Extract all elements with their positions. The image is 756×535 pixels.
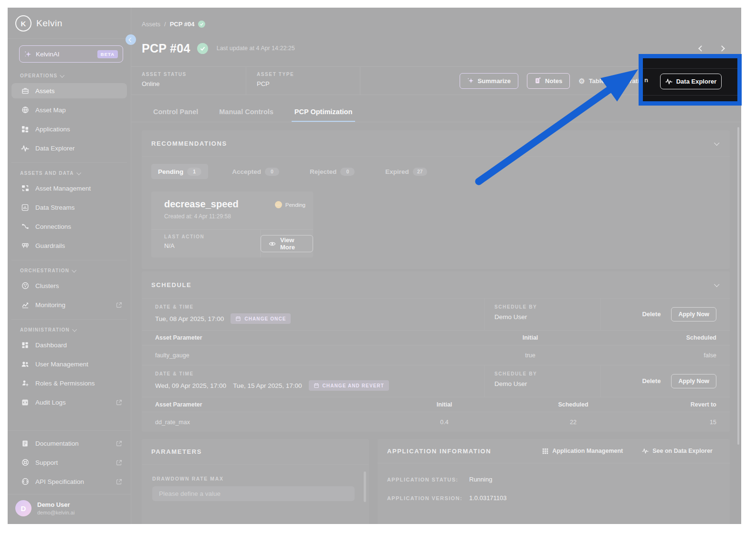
sidebar-item-roles-permissions[interactable]: Roles & Permissions (11, 375, 127, 391)
schedule-datetime: Wed, 09 Apr 2025, 17:00 (155, 382, 226, 389)
next-asset-button[interactable] (719, 45, 725, 52)
col-scheduled: Scheduled (602, 334, 716, 341)
schedule-by-value: Demo User (494, 313, 527, 321)
asset-pager (699, 46, 724, 51)
status-check-icon (198, 21, 205, 28)
schedule-table-row[interactable]: dd_rate_max 0.4 22 15 (142, 412, 730, 432)
schedule-title: SCHEDULE (151, 281, 191, 289)
tab-control-panel[interactable]: Control Panel (153, 108, 198, 122)
main-scrollbar[interactable] (737, 127, 739, 445)
prev-asset-button[interactable] (698, 45, 704, 52)
briefcase-icon (21, 87, 29, 95)
user-profile[interactable]: D Demo User demo@kelvin.ai (8, 494, 131, 524)
breadcrumb-root[interactable]: Assets (142, 21, 160, 28)
sidebar-item-monitoring[interactable]: Monitoring (11, 297, 127, 312)
external-link-icon (116, 302, 122, 308)
sidebar-item-asset-map[interactable]: Asset Map (11, 102, 127, 118)
filter-rejected[interactable]: Rejected 0 (303, 164, 361, 179)
sidebar-item-support[interactable]: Support (11, 455, 127, 470)
last-action-cell: LAST ACTION N/A (151, 230, 261, 257)
globe-icon (21, 106, 29, 114)
chevron-down-icon[interactable] (714, 282, 719, 287)
sidebar-item-asset-management[interactable]: Asset Management (11, 181, 127, 196)
application-management-link[interactable]: Application Management (542, 448, 623, 454)
sidebar-item-label: Data Explorer (35, 145, 75, 152)
clusters-icon (21, 282, 29, 290)
schedule-table-header: Asset Parameter Initial Scheduled Revert… (142, 397, 730, 412)
recommendations-header[interactable]: RECOMMENDATIONS (142, 130, 730, 157)
sidebar-item-label: Guardrails (35, 242, 65, 249)
nav-section-operations[interactable]: OPERATIONS (20, 73, 127, 78)
sidebar-item-api-specification[interactable]: API Specification (11, 474, 127, 489)
apply-now-button[interactable]: Apply Now (671, 307, 716, 321)
api-globe-icon (21, 478, 29, 486)
filter-accepted[interactable]: Accepted 0 (225, 164, 286, 179)
recommendation-card[interactable]: decrease_speed ⋯ Pending Created at: 4 A… (151, 192, 313, 257)
schedule-entry: DATE & TIME Wed, 09 Apr 2025, 17:00 Tue,… (142, 365, 730, 397)
application-information-panel: APPLICATION INFORMATION Application Mana… (378, 439, 730, 524)
schedule-table-row[interactable]: faulty_gauge true false (142, 345, 730, 365)
bottom-panels: PARAMETERS DRAWDOWN RATE MAX APPLICATION… (142, 439, 730, 524)
schedule-datetime-cell: DATE & TIME Wed, 09 Apr 2025, 17:00 Tue,… (142, 365, 485, 397)
sidebar-item-guardrails[interactable]: Guardrails (11, 238, 127, 253)
sidebar-item-data-explorer[interactable]: Data Explorer (11, 140, 127, 156)
schedule-header[interactable]: SCHEDULE (142, 271, 730, 299)
parameters-scrollbar[interactable] (364, 471, 366, 502)
recommendations-panel: RECOMMENDATIONS Pending 1 Accepted 0 (142, 130, 730, 269)
table-configuration-button[interactable]: ⚙ Table Configuration (578, 77, 647, 85)
sidebar-item-audit-logs[interactable]: Audit Logs (11, 395, 127, 410)
schedule-by-cell: SCHEDULE BY Demo User (485, 365, 601, 397)
schedule-by-value: Demo User (494, 380, 527, 387)
sidebar-item-label: Dashboard (35, 342, 67, 349)
calendar-icon (314, 383, 319, 388)
sidebar-item-applications[interactable]: Applications (11, 121, 127, 137)
last-action-label: LAST ACTION (164, 234, 260, 239)
sidebar-item-data-streams[interactable]: Data Streams (11, 200, 127, 215)
tab-manual-controls[interactable]: Manual Controls (219, 108, 273, 122)
apply-now-button[interactable]: Apply Now (671, 374, 716, 388)
sidebar-item-dashboard[interactable]: Dashboard (11, 337, 127, 353)
asset-status-cell: ASSET STATUS Online (131, 67, 246, 95)
kelvinai-button[interactable]: KelvinAI BETA (19, 45, 123, 63)
sidebar-item-user-management[interactable]: User Management (11, 356, 127, 372)
chevron-down-icon[interactable] (714, 140, 719, 146)
tab-pcp-optimization[interactable]: PCP Optimization (294, 108, 352, 122)
recommendation-card-bottom: LAST ACTION N/A View More (151, 229, 313, 257)
parameters-title: PARAMETERS (151, 448, 202, 455)
notes-icon (535, 77, 541, 84)
cell-initial: true (459, 352, 602, 359)
see-on-data-explorer-link[interactable]: See on Data Explorer (642, 448, 713, 454)
application-status-row: APPLICATION STATUS: Running (387, 476, 730, 483)
guardrail-icon (21, 242, 29, 250)
connections-icon (21, 223, 29, 231)
drawdown-rate-max-label: DRAWDOWN RATE MAX (152, 476, 369, 482)
nav-section-assets-and-data[interactable]: ASSETS AND DATA (20, 171, 127, 176)
badge-label: CHANGE ONCE (244, 316, 286, 321)
nav-section-orchestration[interactable]: ORCHESTRATION (20, 268, 127, 273)
sidebar-item-clusters[interactable]: Clusters (11, 278, 127, 293)
col-revert-to: Revert to (640, 401, 716, 408)
lifebuoy-icon (21, 459, 29, 467)
filter-expired[interactable]: Expired 27 (378, 164, 434, 179)
change-once-badge: CHANGE ONCE (231, 313, 291, 324)
sidebar-item-label: Monitoring (35, 301, 65, 309)
nav-section-administration[interactable]: ADMINISTRATION (20, 327, 127, 332)
brand-logo[interactable]: K Kelvin (8, 8, 131, 37)
application-status-value: Running (469, 476, 492, 483)
sidebar-item-documentation[interactable]: Documentation (11, 436, 127, 451)
asset-status-value: Online (142, 80, 246, 87)
sparkle-icon (24, 51, 32, 58)
filter-pending[interactable]: Pending 1 (151, 164, 208, 179)
sidebar-collapse-button[interactable] (126, 34, 136, 45)
schedule-by-label: SCHEDULE BY (494, 304, 600, 310)
delete-button[interactable]: Delete (642, 310, 661, 318)
delete-button[interactable]: Delete (642, 377, 661, 385)
summarize-button[interactable]: Summarize (460, 73, 518, 89)
sidebar-item-assets[interactable]: Assets (11, 83, 127, 98)
view-more-button[interactable]: View More (261, 235, 313, 252)
notes-button[interactable]: Notes (527, 73, 570, 89)
application-version-value: 1.0.03171103 (469, 494, 507, 502)
sidebar-item-connections[interactable]: Connections (11, 219, 127, 234)
sidebar-item-label: Applications (35, 126, 70, 133)
drawdown-rate-max-input[interactable] (152, 486, 355, 501)
